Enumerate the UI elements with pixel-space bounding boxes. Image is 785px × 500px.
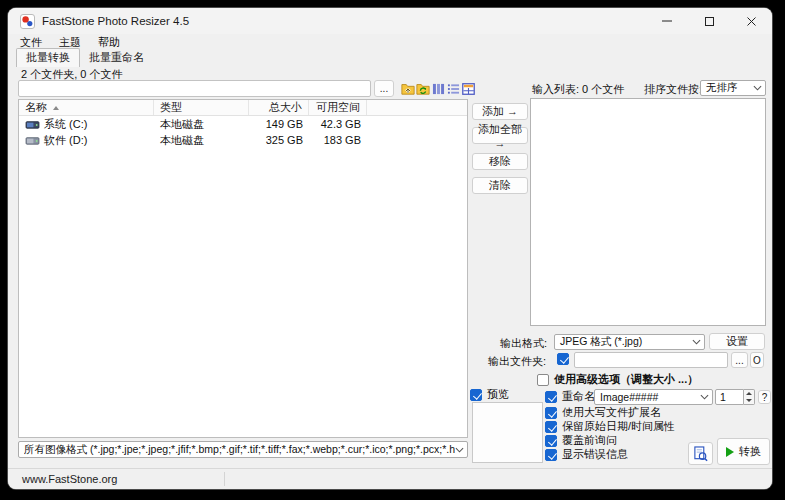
output-format-value: JPEG 格式 (*.jpg): [560, 335, 642, 349]
tabbar: 批量转换 批量重命名: [8, 51, 772, 67]
path-input[interactable]: [18, 80, 371, 97]
add-all-button[interactable]: 添加全部 →: [472, 127, 528, 144]
folder-up-icon[interactable]: [401, 82, 415, 96]
convert-button[interactable]: 转换: [717, 438, 770, 465]
cell-drive-name: 软件 (D:): [19, 133, 154, 148]
cell-drive-type: 本地磁盘: [154, 117, 249, 132]
ask-overwrite-checkbox[interactable]: [545, 435, 557, 447]
convert-play-icon: [726, 447, 734, 457]
sort-ascending-icon: [53, 106, 59, 110]
browse-folder-button[interactable]: ...: [374, 80, 394, 97]
clear-button[interactable]: 清除: [472, 177, 528, 194]
table-row[interactable]: 软件 (D:) 本地磁盘 325 GB 183 GB: [19, 132, 467, 148]
format-filter-value: 所有图像格式 (*.jpg;*.jpe;*.jpeg;*.jfif;*.bmp;…: [24, 443, 455, 457]
cell-drive-size: 149 GB: [249, 118, 309, 130]
column-header-type[interactable]: 类型: [154, 100, 249, 115]
menu-help[interactable]: 帮助: [98, 35, 120, 50]
rename-help-button[interactable]: ?: [758, 390, 771, 404]
show-errors-checkbox[interactable]: [545, 449, 557, 461]
output-format-label: 输出格式:: [500, 336, 547, 351]
output-format-select[interactable]: JPEG 格式 (*.jpg): [554, 334, 705, 350]
column-header-free[interactable]: 可用空间: [309, 100, 367, 115]
sort-by-select[interactable]: 无排序: [700, 80, 766, 96]
output-folder-browse-button[interactable]: ...: [731, 352, 748, 368]
list-view-icon[interactable]: [446, 82, 460, 96]
drive-icon: [25, 135, 40, 146]
uppercase-ext-label: 使用大写文件扩展名: [562, 405, 661, 420]
column-header-name[interactable]: 名称: [19, 100, 154, 115]
uppercase-ext-checkbox-row[interactable]: 使用大写文件扩展名: [545, 405, 661, 420]
cell-drive-free: 42.3 GB: [309, 118, 367, 130]
sort-by-label: 排序文件按:: [644, 82, 702, 97]
keep-datetime-checkbox[interactable]: [545, 421, 557, 433]
chevron-down-icon: [753, 85, 762, 91]
preview-label: 预览: [487, 387, 509, 402]
add-button[interactable]: 添加 →: [472, 103, 528, 120]
advanced-options-checkbox[interactable]: [537, 374, 549, 386]
spin-up-button[interactable]: [744, 390, 754, 397]
file-browser-table: 名称 类型 总大小 可用空间 系统 (C:) 本地磁盘 149 GB 42.3 …: [18, 99, 468, 438]
titlebar: FastStone Photo Resizer 4.5: [8, 8, 772, 34]
show-errors-label: 显示错误信息: [562, 447, 628, 462]
spin-down-button[interactable]: [744, 397, 754, 404]
drive-icon: [25, 119, 40, 130]
convert-label: 转换: [739, 444, 761, 459]
column-header-size[interactable]: 总大小: [249, 100, 309, 115]
rename-start-spinner: [744, 389, 755, 405]
show-errors-checkbox-row[interactable]: 显示错误信息: [545, 447, 628, 462]
maximize-button[interactable]: [688, 8, 730, 34]
rename-checkbox[interactable]: [545, 391, 557, 403]
open-output-folder-button[interactable]: O: [750, 352, 764, 368]
table-header: 名称 类型 总大小 可用空间: [19, 100, 467, 116]
preview-checkbox-row[interactable]: 预览: [470, 387, 509, 402]
output-folder-label: 输出文件夹:: [488, 354, 546, 369]
app-window: FastStone Photo Resizer 4.5 文件 主题 帮助 批量转…: [8, 8, 772, 489]
statusbar-url: www.FastStone.org: [22, 473, 117, 485]
cell-drive-name: 系统 (C:): [19, 117, 154, 132]
input-file-list[interactable]: [530, 98, 766, 326]
keep-datetime-label: 保留原始日期/时间属性: [562, 419, 675, 434]
sort-by-value: 无排序: [706, 81, 738, 95]
advanced-options-checkbox-row[interactable]: 使用高级选项（调整大小 ...）: [537, 372, 698, 387]
cell-drive-type: 本地磁盘: [154, 133, 249, 148]
cell-drive-size: 325 GB: [249, 134, 309, 146]
preview-document-icon: [693, 446, 708, 462]
browser-toolbar: [401, 80, 475, 97]
rename-start-number: 1: [715, 389, 755, 405]
preview-thumbnail-box: [472, 402, 543, 463]
input-list-label: 输入列表: 0 个文件: [532, 82, 624, 97]
rename-checkbox-row[interactable]: 重命名: [545, 389, 595, 404]
chevron-down-icon: [692, 339, 701, 345]
rename-pattern-select[interactable]: Image#####: [594, 389, 713, 405]
tab-batch-convert[interactable]: 批量转换: [16, 48, 80, 67]
format-filter-select[interactable]: 所有图像格式 (*.jpg;*.jpe;*.jpeg;*.jfif;*.bmp;…: [18, 441, 468, 458]
close-button[interactable]: [730, 8, 772, 34]
output-folder-checkbox[interactable]: [557, 353, 569, 365]
details-view-icon[interactable]: [431, 82, 445, 96]
window-controls: [646, 8, 772, 34]
advanced-options-label: 使用高级选项（调整大小 ...）: [554, 372, 698, 387]
tab-batch-rename[interactable]: 批量重命名: [80, 49, 153, 67]
ask-overwrite-label: 覆盖前询问: [562, 433, 617, 448]
cell-drive-free: 183 GB: [309, 134, 367, 146]
window-title: FastStone Photo Resizer 4.5: [42, 15, 189, 27]
ask-overwrite-checkbox-row[interactable]: 覆盖前询问: [545, 433, 617, 448]
preview-conversion-button[interactable]: [688, 442, 713, 465]
settings-button[interactable]: 设置: [709, 333, 765, 350]
preview-checkbox[interactable]: [470, 389, 482, 401]
rename-label: 重命名: [562, 389, 595, 404]
chevron-down-icon: [455, 447, 464, 453]
chevron-down-icon: [700, 394, 709, 400]
thumbnail-view-icon[interactable]: [461, 82, 475, 96]
rename-start-input[interactable]: 1: [715, 389, 744, 405]
remove-button[interactable]: 移除: [472, 153, 528, 170]
keep-datetime-checkbox-row[interactable]: 保留原始日期/时间属性: [545, 419, 675, 434]
folder-refresh-icon[interactable]: [416, 82, 430, 96]
uppercase-ext-checkbox[interactable]: [545, 407, 557, 419]
app-logo-icon: [20, 14, 35, 29]
table-row[interactable]: 系统 (C:) 本地磁盘 149 GB 42.3 GB: [19, 116, 467, 132]
minimize-button[interactable]: [646, 8, 688, 34]
statusbar: www.FastStone.org: [8, 468, 772, 489]
statusbar-divider: [224, 472, 225, 486]
output-folder-input[interactable]: [574, 352, 728, 368]
